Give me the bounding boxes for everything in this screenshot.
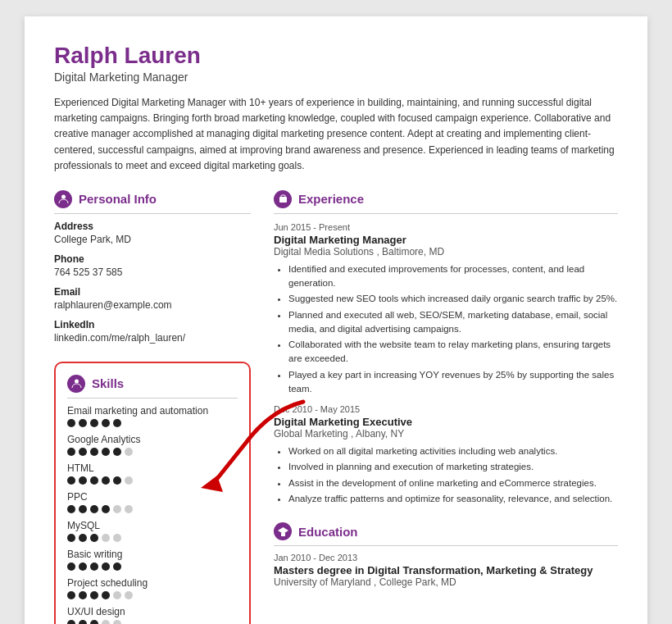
skill-dot <box>79 476 87 485</box>
exp-company: Global Marketing , Albany, NY <box>274 428 618 440</box>
skill-dot <box>90 419 98 427</box>
email-value: ralphlauren@example.com <box>54 298 251 312</box>
exp-bullet-item: Analyze traffic patterns and optimize fo… <box>288 492 618 506</box>
skill-dot <box>90 476 98 485</box>
skills-title: Skills <box>92 376 124 390</box>
candidate-title: Digital Marketing Manager <box>54 71 618 84</box>
exp-date: Dec 2010 - May 2015 <box>274 404 618 414</box>
exp-job-title: Digital Marketing Manager <box>274 234 618 246</box>
exp-bullet-item: Suggested new SEO tools which increased … <box>288 292 618 306</box>
address-value: College Park, MD <box>54 232 251 247</box>
skill-dots <box>67 620 238 624</box>
skill-dots <box>67 476 238 485</box>
skill-dot <box>90 563 98 571</box>
skill-dot <box>90 620 98 624</box>
skill-dot <box>102 534 110 542</box>
skill-name: Google Analytics <box>67 434 238 445</box>
experience-list: Jun 2015 - PresentDigital Marketing Mana… <box>274 222 618 506</box>
skill-dot <box>113 448 121 456</box>
skill-dot <box>67 591 75 599</box>
skill-dots <box>67 534 238 542</box>
skill-dot <box>102 505 110 513</box>
exp-bullet-item: Worked on all digital marketing activiti… <box>288 444 618 458</box>
exp-bullet-item: Assist in the development of online mark… <box>288 476 618 490</box>
skill-dot <box>125 448 133 456</box>
two-col-layout: Personal Info Address College Park, MD P… <box>54 190 618 624</box>
phone-value: 764 525 37 585 <box>54 265 251 280</box>
skill-dot <box>125 505 133 513</box>
edu-degree: Masters degree in Digital Transformation… <box>274 564 618 576</box>
skill-dot <box>113 563 121 571</box>
phone-label: Phone <box>54 253 251 265</box>
skill-dot <box>113 476 121 485</box>
skill-dot <box>113 419 121 427</box>
edu-date: Jan 2010 - Dec 2013 <box>274 553 618 563</box>
svg-point-0 <box>61 195 66 199</box>
experience-title: Experience <box>298 192 364 206</box>
exp-job-title: Digital Marketing Executive <box>274 416 618 428</box>
skill-dot <box>102 620 110 624</box>
svg-point-1 <box>75 380 79 384</box>
skill-dot <box>67 448 75 456</box>
personal-info-header: Personal Info <box>54 190 251 214</box>
skill-dot <box>125 591 133 599</box>
right-column: Experience Jun 2015 - PresentDigital Mar… <box>274 190 618 624</box>
header-section: Ralph Lauren Digital Marketing Manager E… <box>54 43 618 174</box>
svg-rect-3 <box>281 195 285 198</box>
exp-bullets: Worked on all digital marketing activiti… <box>274 444 618 506</box>
skill-dot <box>90 505 98 513</box>
skill-dot <box>67 563 75 571</box>
personal-info-title: Personal Info <box>79 192 157 206</box>
skill-dots <box>67 419 238 427</box>
email-label: Email <box>54 286 251 298</box>
linkedin-label: LinkedIn <box>54 319 251 330</box>
education-title: Education <box>298 525 358 539</box>
skill-name: Email marketing and automation <box>67 405 238 417</box>
skill-dot <box>113 534 121 542</box>
education-list: Jan 2010 - Dec 2013Masters degree in Dig… <box>274 553 618 588</box>
skill-dot <box>113 505 121 513</box>
skill-name: HTML <box>67 462 238 474</box>
skills-header: Skills <box>67 375 238 399</box>
skill-dot <box>79 591 87 599</box>
candidate-name: Ralph Lauren <box>54 43 618 69</box>
exp-bullet-item: Involved in planning and execution of ma… <box>288 460 618 474</box>
skill-name: UX/UI design <box>67 606 238 617</box>
skill-dot <box>79 448 87 456</box>
experience-header: Experience <box>274 190 618 214</box>
skill-dot <box>67 419 75 427</box>
skill-dot <box>67 476 75 485</box>
education-header: Education <box>274 522 618 546</box>
skill-dot <box>79 419 87 427</box>
personal-info-section: Personal Info Address College Park, MD P… <box>54 190 251 345</box>
skill-dots <box>67 591 238 599</box>
skills-list: Email marketing and automationGoogle Ana… <box>67 405 238 624</box>
exp-bullet-item: Planned and executed all web, SEO/SEM, m… <box>288 308 618 337</box>
skill-name: MySQL <box>67 520 238 531</box>
skill-dot <box>90 448 98 456</box>
skill-dot <box>67 505 75 513</box>
skill-dot <box>79 563 87 571</box>
resume-page: Ralph Lauren Digital Marketing Manager E… <box>25 16 647 624</box>
skill-dot <box>113 620 121 624</box>
exp-bullet-item: Collaborated with the website team to re… <box>288 338 618 367</box>
skills-section: Skills Email marketing and automationGoo… <box>54 362 251 624</box>
experience-icon <box>274 190 292 208</box>
skill-dot <box>102 591 110 599</box>
skills-icon <box>67 375 85 393</box>
exp-bullets: Identified and executed improvements for… <box>274 262 618 396</box>
skill-dot <box>90 534 98 542</box>
svg-marker-4 <box>278 527 288 534</box>
skill-dots <box>67 563 238 571</box>
education-icon <box>274 522 292 540</box>
skill-dot <box>102 476 110 485</box>
exp-date: Jun 2015 - Present <box>274 222 618 232</box>
skill-dot <box>67 620 75 624</box>
skill-dot <box>125 476 133 485</box>
skill-dot <box>102 448 110 456</box>
personal-info-icon <box>54 190 72 208</box>
exp-company: Digital Media Solutions , Baltimore, MD <box>274 246 618 257</box>
skill-dot <box>102 419 110 427</box>
edu-school: University of Maryland , College Park, M… <box>274 576 618 588</box>
svg-rect-5 <box>281 533 285 536</box>
